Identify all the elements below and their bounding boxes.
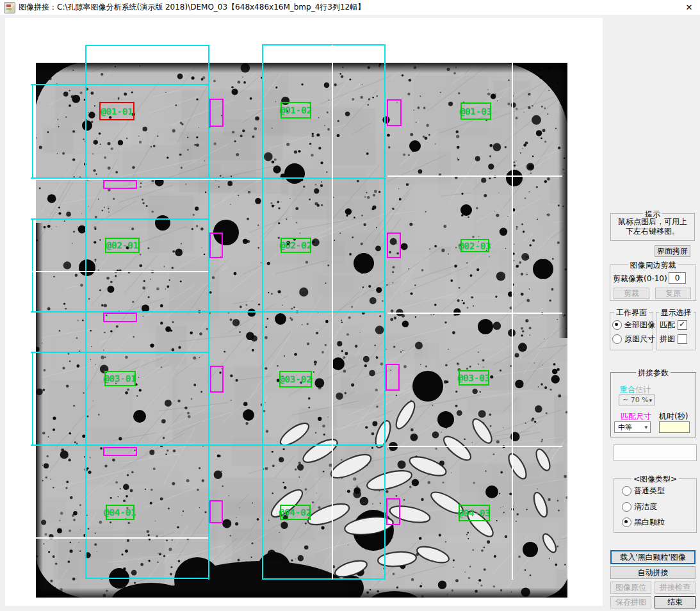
checkbox-label: 匹配 xyxy=(660,320,675,330)
radio-icon[interactable] xyxy=(612,334,622,344)
radio-label: 黑白颗粒 xyxy=(634,517,665,528)
image-origin-button[interactable]: 图像原位 xyxy=(610,582,651,594)
image-panel xyxy=(5,18,603,606)
radio-bw-particles[interactable]: 黑白颗粒 xyxy=(622,517,665,528)
overlap-label-1: 重合 xyxy=(620,385,635,394)
radio-original-size[interactable]: 原图尺寸 xyxy=(612,334,655,345)
radio-icon[interactable] xyxy=(622,486,631,496)
load-bw-particles-button[interactable]: 载入'黑白颗粒'图像 xyxy=(610,550,696,564)
crop-group: 图像周边剪裁 剪裁像素(0-10) 剪裁 复原 xyxy=(610,265,696,301)
crop-button[interactable]: 剪裁 xyxy=(614,288,649,299)
radio-icon[interactable] xyxy=(622,517,631,527)
crop-pixel-label: 剪裁像素(0-10) xyxy=(613,273,667,284)
app-window: 图像拼接：C:\孔隙率图像分析系统(演示版 2018)\DEMO_03【648x… xyxy=(0,0,700,611)
radio-label: 全部图像 xyxy=(624,320,655,330)
display-group-title: 显示选择 xyxy=(659,307,694,318)
match-size-label: 匹配尺寸 xyxy=(621,411,651,422)
radio-label: 普通类型 xyxy=(634,485,665,496)
close-icon[interactable]: ✕ xyxy=(678,0,700,15)
radio-all-images[interactable]: 全部图像 xyxy=(612,320,655,330)
title-bar: 图像拼接：C:\孔隙率图像分析系统(演示版 2018)\DEMO_03【648x… xyxy=(0,0,700,15)
chevron-down-icon: ▾ xyxy=(649,397,652,403)
restore-button[interactable]: 复原 xyxy=(655,288,691,299)
hint-line1: 鼠标点图后，可用上 xyxy=(618,217,687,226)
hint-line2: 下左右键移图。 xyxy=(626,227,680,236)
radio-label: 清洁度 xyxy=(634,501,657,512)
work-interface-group: 工作界面 全部图像 原图尺寸 xyxy=(610,312,653,350)
stitch-check-button[interactable]: 拼接检查 xyxy=(655,582,696,594)
machine-time-input[interactable] xyxy=(659,421,690,433)
match-size-value: 中等 xyxy=(618,423,632,432)
checkbox-label: 拼图 xyxy=(660,334,675,345)
radio-label: 原图尺寸 xyxy=(624,334,655,345)
hint-group: 提示 鼠标点图后，可用上 下左右键移图。 xyxy=(610,213,695,241)
mosaic-image[interactable] xyxy=(36,63,567,598)
app-icon xyxy=(4,2,15,13)
window-title: 图像拼接：C:\孔隙率图像分析系统(演示版 2018)\DEMO_03【648x… xyxy=(19,2,678,13)
stitch-params-title: 拼接参数 xyxy=(636,368,671,379)
checkbox-icon[interactable] xyxy=(678,320,687,330)
status-box xyxy=(614,444,697,461)
image-type-title: <图像类型> xyxy=(631,474,679,485)
radio-normal-type[interactable]: 普通类型 xyxy=(622,485,665,496)
display-select-group: 显示选择 匹配 拼图 xyxy=(656,312,696,350)
crop-pixel-input[interactable] xyxy=(669,272,686,284)
machine-time-label: 机时(秒) xyxy=(659,411,688,422)
crop-group-title: 图像周边剪裁 xyxy=(628,260,678,271)
checkbox-icon[interactable] xyxy=(678,334,687,344)
chevron-down-icon: ▾ xyxy=(644,424,647,430)
radio-icon[interactable] xyxy=(622,502,631,512)
save-stitch-button[interactable]: 保存拼图 xyxy=(610,596,651,608)
radio-cleanliness[interactable]: 清洁度 xyxy=(622,501,657,512)
image-type-group: <图像类型> 普通类型 清洁度 黑白颗粒 xyxy=(614,478,697,533)
micrograph-canvas[interactable] xyxy=(36,63,567,598)
overlap-label-2: 估计 xyxy=(635,385,651,394)
overlap-label: 重合估计 xyxy=(620,384,651,395)
screen-capture-button[interactable]: 界面拷屏 xyxy=(655,245,690,257)
checkbox-stitch[interactable]: 拼图 xyxy=(660,334,687,345)
work-group-title: 工作界面 xyxy=(614,307,649,318)
hint-text: 鼠标点图后，可用上 下左右键移图。 xyxy=(613,217,692,236)
auto-stitch-button[interactable]: 自动拼接 xyxy=(610,566,696,579)
end-button[interactable]: 结束 xyxy=(655,596,696,608)
checkbox-match[interactable]: 匹配 xyxy=(660,320,687,330)
overlap-value: ~ 70 % xyxy=(623,396,649,404)
radio-icon[interactable] xyxy=(612,320,622,330)
overlap-combobox[interactable]: ~ 70 % ▾ xyxy=(619,395,655,405)
stitch-params-group: 拼接参数 重合估计 ~ 70 % ▾ 匹配尺寸 机时(秒) 中等 ▾ xyxy=(610,372,696,437)
match-size-combobox[interactable]: 中等 ▾ xyxy=(614,421,651,433)
